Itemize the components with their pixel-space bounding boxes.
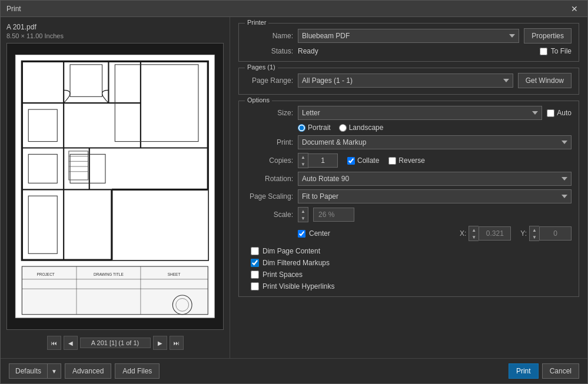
x-value: 0.321 (479, 226, 511, 241)
copies-spinner: ▲ ▼ (298, 153, 308, 168)
landscape-radio-label[interactable]: Landscape (339, 123, 384, 132)
blueprint-preview: PROJECT DRAWING TITLE SHEET (12, 51, 218, 322)
right-panel: Printer Name: Bluebeam PDF Properties St… (230, 17, 587, 358)
landscape-radio[interactable] (339, 124, 347, 132)
collate-label[interactable]: Collate (357, 156, 379, 165)
center-label[interactable]: Center (309, 229, 330, 238)
print-visible-hyperlinks-row: Print Visible Hyperlinks (251, 282, 572, 290)
pages-section: Pages (1) Page Range: All Pages (1 - 1) … (238, 68, 579, 95)
y-field: Y: ▲ ▼ 0 (520, 226, 572, 241)
close-button[interactable]: ✕ (567, 2, 582, 16)
next-page-button[interactable]: ▶ (153, 336, 167, 350)
reverse-checkbox[interactable] (388, 157, 396, 165)
print-spaces-row: Print Spaces (251, 271, 572, 279)
scale-label: Scale: (246, 211, 293, 219)
dim-page-content-checkbox[interactable] (251, 247, 259, 255)
file-name: A 201.pdf (6, 23, 224, 31)
properties-button[interactable]: Properties (524, 28, 572, 44)
print-hyperlinks-checkbox[interactable] (251, 282, 259, 290)
dialog-title: Print (6, 5, 21, 13)
y-down-button[interactable]: ▼ (530, 233, 539, 241)
svg-rect-2 (112, 189, 208, 260)
orientation-group: Portrait Landscape (298, 123, 383, 132)
to-file-label[interactable]: To File (551, 47, 572, 55)
advanced-button[interactable]: Advanced (65, 363, 111, 379)
scale-up-button[interactable]: ▲ (298, 208, 308, 215)
dim-page-content-label[interactable]: Dim Page Content (263, 247, 320, 255)
print-spaces-label[interactable]: Print Spaces (263, 271, 303, 279)
portrait-radio[interactable] (298, 124, 305, 132)
printer-status-row: Status: Ready To File (246, 47, 572, 55)
printer-section-title: Printer (245, 19, 268, 26)
file-dimensions: 8.50 × 11.00 Inches (6, 32, 224, 39)
portrait-label: Portrait (308, 123, 331, 132)
collate-checkbox[interactable] (347, 157, 355, 165)
cancel-button[interactable]: Cancel (542, 363, 579, 379)
center-row: Center X: ▲ ▼ 0.321 (246, 226, 572, 241)
dialog-footer: Defaults ▼ Advanced Add Files Print Canc… (1, 358, 587, 383)
rotation-label: Rotation: (246, 175, 293, 183)
x-down-button[interactable]: ▼ (469, 233, 479, 241)
dim-filtered-markups-label[interactable]: Dim Filtered Markups (263, 259, 330, 267)
page-scaling-label: Page Scaling: (246, 192, 293, 201)
scale-down-button[interactable]: ▼ (298, 215, 308, 222)
y-up-button[interactable]: ▲ (530, 226, 539, 233)
center-checkbox[interactable] (298, 230, 305, 238)
to-file-checkbox[interactable] (540, 48, 547, 55)
printer-name-select[interactable]: Bluebeam PDF (298, 29, 519, 43)
reverse-label[interactable]: Reverse (398, 156, 425, 165)
file-info: A 201.pdf 8.50 × 11.00 Inches (6, 23, 224, 39)
x-label: X: (460, 229, 466, 238)
printer-section: Printer Name: Bluebeam PDF Properties St… (238, 23, 579, 62)
scale-value: 26 % (313, 208, 354, 222)
printer-status-value: Ready (298, 47, 318, 55)
size-select[interactable]: Letter Legal Tabloid A4 A3 (298, 106, 542, 120)
print-select[interactable]: Document & Markup Document Only Markup O… (298, 135, 572, 149)
x-up-button[interactable]: ▲ (469, 226, 479, 233)
print-button[interactable]: Print (509, 363, 539, 379)
copies-input: ▲ ▼ 1 (298, 153, 338, 168)
y-spinner: ▲ ▼ (529, 226, 539, 241)
print-label: Print: (246, 138, 293, 146)
page-scaling-select[interactable]: Fit to Paper Actual Size Custom Scale Mu… (298, 189, 572, 203)
portrait-radio-label[interactable]: Portrait (298, 123, 331, 132)
print-row: Print: Document & Markup Document Only M… (246, 135, 572, 149)
print-spaces-checkbox[interactable] (251, 271, 259, 279)
defaults-button[interactable]: Defaults (9, 363, 47, 379)
dim-filtered-markups-checkbox[interactable] (251, 259, 259, 267)
y-value: 0 (539, 226, 572, 241)
defaults-dropdown: Defaults ▼ (9, 363, 61, 379)
print-hyperlinks-label[interactable]: Print Visible Hyperlinks (263, 282, 335, 290)
scale-row: Scale: ▲ ▼ 26 % (246, 207, 572, 222)
print-dialog: Print ✕ A 201.pdf 8.50 × 11.00 Inches (0, 0, 588, 384)
footer-right: Print Cancel (509, 363, 579, 379)
prev-page-button[interactable]: ◀ (64, 336, 78, 350)
page-range-label: Page Range: (246, 76, 293, 85)
options-checkboxes: Dim Page Content Dim Filtered Markups Pr… (246, 245, 572, 290)
dim-filtered-markups-row: Dim Filtered Markups (251, 259, 572, 267)
title-bar: Print ✕ (1, 1, 587, 17)
last-page-button[interactable]: ⏭ (170, 336, 184, 350)
size-label: Size: (246, 109, 293, 117)
dim-page-content-row: Dim Page Content (251, 247, 572, 255)
options-section-title: Options (245, 96, 272, 103)
preview-area: PROJECT DRAWING TITLE SHEET (6, 43, 224, 330)
rotation-select[interactable]: Auto Rotate 90 None 90° 180° 270° (298, 172, 572, 186)
copies-row: Copies: ▲ ▼ 1 Collate Reverse (246, 153, 572, 168)
defaults-dropdown-arrow[interactable]: ▼ (47, 363, 61, 379)
copies-label: Copies: (246, 156, 293, 165)
scale-spinner: ▲ ▼ (298, 207, 308, 222)
copies-down-button[interactable]: ▼ (298, 161, 308, 168)
add-files-button[interactable]: Add Files (115, 363, 160, 379)
auto-label[interactable]: Auto (557, 109, 572, 117)
to-file-row: To File (540, 47, 572, 55)
copies-up-button[interactable]: ▲ (298, 153, 308, 161)
get-window-button[interactable]: Get Window (518, 73, 572, 88)
first-page-button[interactable]: ⏮ (47, 336, 61, 350)
page-indicator: A 201 [1] (1 of 1) (80, 338, 151, 348)
page-range-select[interactable]: All Pages (1 - 1) Current Page Custom Ra… (298, 74, 513, 88)
svg-text:PROJECT: PROJECT (37, 273, 55, 277)
auto-checkbox[interactable] (547, 109, 554, 117)
x-spinner: ▲ ▼ (469, 226, 479, 241)
x-field: X: ▲ ▼ 0.321 (460, 226, 511, 241)
